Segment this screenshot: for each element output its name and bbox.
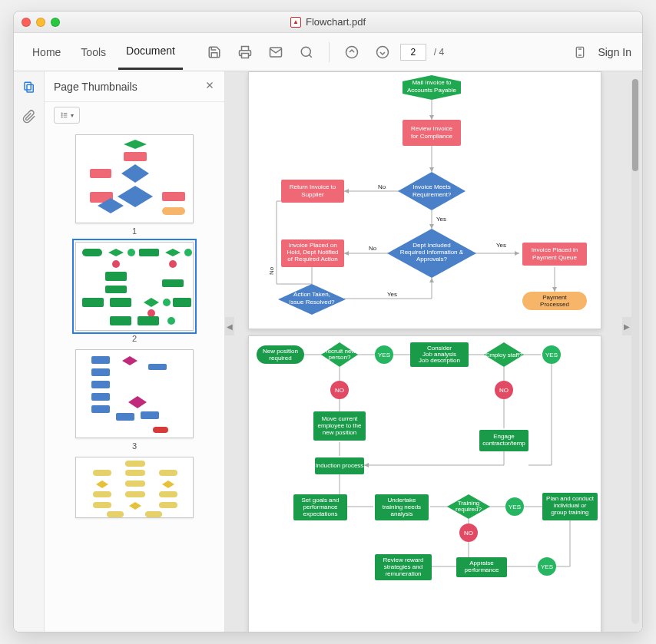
svg-rect-25 (162, 192, 185, 201)
svg-text:YES: YES (378, 352, 390, 358)
svg-marker-83 (344, 251, 349, 256)
svg-text:New position: New position (263, 348, 298, 355)
svg-text:Engage: Engage (493, 433, 515, 440)
thumbnail-item[interactable]: 1 (75, 134, 194, 236)
signin-link[interactable]: Sign In (598, 46, 631, 58)
thumbnail-page-4[interactable] (75, 457, 194, 518)
svg-rect-64 (125, 481, 145, 487)
thumbnails-list: 1 (45, 128, 224, 632)
page-number-input[interactable] (400, 44, 426, 61)
svg-text:Set goals and: Set goals and (302, 497, 340, 504)
svg-rect-67 (125, 491, 145, 497)
svg-text:No: No (369, 245, 377, 252)
svg-rect-52 (91, 381, 110, 388)
svg-point-35 (169, 260, 177, 268)
vertical-scrollbar[interactable] (631, 79, 639, 624)
scrollbar-handle[interactable] (632, 79, 638, 171)
svg-text:NO: NO (499, 387, 509, 394)
save-icon[interactable] (206, 44, 223, 61)
svg-rect-55 (91, 405, 110, 413)
pdf-file-icon: ▲ (290, 17, 301, 28)
thumbnail-options-button[interactable]: ▾ (54, 107, 80, 124)
next-page-icon[interactable] (374, 44, 391, 61)
svg-marker-32 (165, 249, 181, 256)
pdf-page-2: New position required Recruit new person… (248, 335, 601, 632)
svg-text:Appraise: Appraise (469, 560, 494, 566)
thumbnail-item[interactable]: 2 (75, 242, 194, 343)
svg-text:Hold, Dept Notified: Hold, Dept Notified (287, 249, 338, 256)
svg-text:Undertake: Undertake (388, 497, 416, 504)
toolbar-separator (329, 42, 330, 62)
close-panel-icon[interactable] (204, 80, 215, 93)
svg-text:Action Taken,: Action Taken, (293, 291, 330, 298)
svg-rect-38 (105, 286, 127, 293)
svg-text:Plan and conduct: Plan and conduct (546, 495, 595, 502)
window-title: ▲ Flowchart.pdf (14, 16, 642, 28)
svg-text:contractor/temp: contractor/temp (482, 440, 525, 447)
svg-point-15 (61, 114, 62, 115)
svg-text:YES: YES (545, 352, 558, 358)
print-icon[interactable] (237, 44, 253, 61)
svg-text:Yes: Yes (387, 291, 397, 298)
tab-tools[interactable]: Tools (73, 35, 114, 69)
svg-text:remuneration: remuneration (385, 570, 421, 577)
email-icon[interactable] (267, 44, 284, 61)
svg-rect-27 (162, 207, 185, 215)
svg-text:performance: performance (465, 566, 499, 573)
svg-point-5 (376, 46, 388, 58)
attachments-icon[interactable] (21, 108, 38, 125)
svg-rect-56 (116, 413, 134, 421)
tab-document[interactable]: Document (118, 34, 183, 70)
svg-rect-0 (241, 53, 248, 58)
thumbnails-icon[interactable] (21, 79, 38, 96)
svg-marker-54 (128, 396, 147, 408)
svg-text:strategies and: strategies and (384, 563, 422, 570)
svg-text:Employ staff?: Employ staff? (485, 352, 523, 358)
svg-text:Review Invoice: Review Invoice (411, 125, 452, 132)
svg-rect-20 (124, 152, 147, 161)
svg-text:Return Invoice to: Return Invoice to (290, 183, 336, 190)
expand-tools-chevron[interactable]: ▶ (622, 317, 631, 335)
svg-marker-87 (552, 287, 557, 292)
svg-point-17 (61, 117, 62, 117)
svg-marker-41 (144, 298, 159, 307)
svg-point-44 (147, 309, 155, 317)
thumbnails-panel: Page Thumbnails ▾ (45, 71, 225, 632)
svg-rect-36 (105, 272, 127, 281)
svg-text:Requirement?: Requirement? (412, 191, 452, 198)
svg-marker-81 (429, 224, 434, 229)
svg-marker-94 (429, 278, 434, 282)
collapse-panel-chevron[interactable]: ◀ (225, 317, 234, 335)
svg-rect-58 (153, 427, 168, 433)
thumbnail-page-3[interactable] (75, 349, 194, 438)
svg-text:NO: NO (335, 387, 344, 394)
svg-rect-59 (125, 461, 145, 467)
svg-text:No: No (378, 183, 386, 190)
svg-text:Issue Resolved?: Issue Resolved? (289, 299, 335, 305)
thumbnail-item[interactable]: 4 (75, 457, 194, 518)
svg-point-33 (184, 249, 192, 256)
pdf-page-1-partial: Mail Invoice to Accounts Payable Review … (248, 71, 601, 329)
thumbnail-page-1[interactable] (75, 134, 194, 223)
svg-text:required?: required? (456, 506, 482, 513)
document-viewport[interactable]: ◀ ▶ (225, 71, 642, 632)
svg-rect-69 (93, 502, 111, 508)
svg-text:Payment Queue: Payment Queue (532, 254, 577, 261)
svg-marker-65 (162, 481, 174, 488)
svg-marker-23 (118, 186, 153, 207)
prev-page-icon[interactable] (343, 44, 360, 61)
svg-text:Invoice Placed in: Invoice Placed in (532, 246, 578, 253)
search-icon[interactable] (298, 44, 315, 61)
tab-home[interactable]: Home (25, 35, 68, 69)
thumbnail-number: 2 (132, 334, 137, 343)
svg-rect-57 (141, 411, 159, 419)
mobile-icon[interactable] (572, 44, 588, 61)
svg-text:required: required (269, 355, 291, 362)
svg-rect-50 (148, 364, 167, 370)
svg-rect-9 (25, 82, 31, 90)
thumbnail-page-2[interactable] (75, 242, 194, 331)
thumbnail-item[interactable]: 3 (75, 349, 194, 451)
svg-rect-61 (125, 470, 145, 476)
svg-text:Job description: Job description (419, 357, 460, 364)
svg-text:expectations: expectations (303, 510, 338, 517)
